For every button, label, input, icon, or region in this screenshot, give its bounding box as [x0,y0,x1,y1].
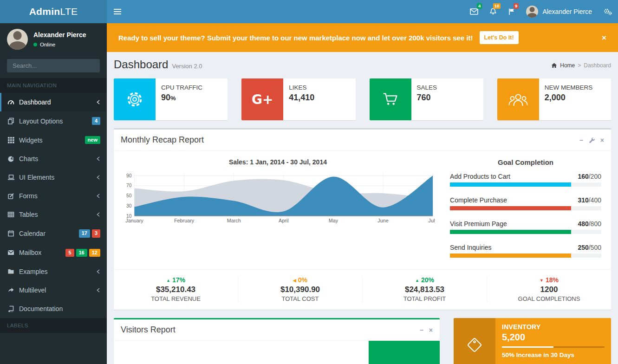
chevron-left-icon [96,287,100,293]
stat-total-revenue: ▲ 17% $35,210.43 TOTAL REVENUE [114,276,238,302]
sidebar-item-widgets[interactable]: Widgets new [0,130,107,150]
grid-icon [7,137,15,143]
sidebar-section-main: MAIN NAVIGATION [0,78,107,93]
inventory-description: 50% Increase in 30 Days [502,351,605,358]
info-box-value: 760 [417,93,431,102]
goal-visit-premium: Visit Premium Page480/800 [450,220,601,234]
sidebar-user-name: Alexander Pierce [33,31,86,39]
caret-down-icon: ▼ [540,278,544,283]
users-icon [497,78,539,120]
svg-text:January: January [125,218,143,223]
stat-label: TOTAL COST [238,295,362,302]
wrench-icon[interactable] [589,137,595,143]
sidebar-item-ui-elements[interactable]: UI Elements [0,168,107,187]
mailbox-badge: 12 [89,249,100,257]
breadcrumb-home-link[interactable]: Home [560,62,575,69]
inventory-label: INVENTORY [502,323,605,331]
sidebar-item-label: Dashboard [19,98,51,106]
search-input[interactable] [7,59,100,72]
sales-chart-title: Sales: 1 Jan, 2014 - 30 Jul, 2014 [121,158,435,166]
user-menu-button[interactable]: Alexander Pierce [520,0,598,23]
flag-icon [508,8,515,15]
goal-value: 310 [578,196,588,204]
envelope-icon [470,8,478,15]
info-box-suffix: % [170,95,176,102]
sidebar-item-forms[interactable]: Forms [0,187,107,205]
messages-menu-button[interactable]: 4 [464,0,484,23]
info-box-value: 41,410 [289,93,314,102]
sidebar-item-label: Widgets [19,136,43,144]
gear-icon [114,78,156,120]
close-icon[interactable]: × [600,137,604,143]
stat-value: $10,390.90 [238,285,362,294]
collapse-icon[interactable]: − [579,137,583,143]
info-box-label: CPU TRAFFIC [161,84,202,91]
inventory-progress-fill [502,346,553,348]
info-box-value: 2,000 [545,93,566,102]
info-box-likes: G+ LIKES 41,410 [241,78,355,120]
sidebar-user-status[interactable]: Online [33,42,86,47]
sidebar-search-form [7,59,100,72]
breadcrumb-separator: > [578,62,581,69]
goal-add-products: Add Products to Cart160/200 [450,173,601,187]
svg-text:June: June [377,218,388,223]
messages-count-badge: 4 [477,3,482,9]
settings-button[interactable] [598,0,618,23]
goal-total: /500 [589,244,601,251]
progress-fill [450,254,571,258]
tasks-menu-button[interactable]: 9 [502,0,520,23]
stat-label: GOAL COMPLETIONS [487,295,611,302]
dashboard-icon [7,99,15,106]
sidebar-item-charts[interactable]: Charts [0,150,107,168]
goal-label: Visit Premium Page [450,220,507,228]
chevron-left-icon [96,269,100,274]
notifications-menu-button[interactable]: 10 [484,0,502,23]
goal-label: Send Inquiries [450,244,492,251]
brand-logo[interactable]: AdminLTE [0,0,107,23]
brand-bold: Admin [29,6,60,17]
banner-cta-button[interactable]: Let's Do It! [480,31,519,44]
sidebar-item-dashboard[interactable]: Dashboard [0,93,107,111]
progress-track [450,230,601,234]
close-icon[interactable]: × [429,327,433,333]
main-navbar: 4 10 9 Alexander Pierce [107,0,618,23]
sidebar-item-documentation[interactable]: Documentation [0,299,107,318]
svg-text:February: February [174,218,195,223]
chevron-left-icon [96,175,100,180]
book-icon [7,306,15,312]
sidebar-item-multilevel[interactable]: Multilevel [0,281,107,299]
sidebar-toggle-button[interactable] [107,0,128,23]
info-box-value: 90 [161,93,170,102]
home-icon [551,63,557,68]
sidebar-item-calendar[interactable]: Calendar 17 3 [0,224,107,243]
info-box-row: CPU TRAFFIC 90% G+ LIKES 41,410 SALES 76… [114,78,611,120]
sidebar-item-layout-options[interactable]: Layout Options 4 [0,111,107,130]
user-name: Alexander Pierce [542,8,592,15]
stat-percent: 18% [546,276,559,284]
chevron-left-icon [96,193,100,199]
sidebar-item-mailbox[interactable]: Mailbox 5 16 12 [0,243,107,262]
goal-completion-panel: Goal Completion Add Products to Cart160/… [440,156,604,267]
banner-text: Ready to sell your theme? Submit your th… [118,34,473,42]
inventory-info-box: INVENTORY 5,200 50% Increase in 30 Days [454,318,611,364]
inventory-progress-track [502,346,605,348]
files-icon [7,117,15,124]
banner-close-icon[interactable]: × [602,34,606,42]
info-box-sales: SALES 760 [370,78,483,120]
mailbox-badge: 5 [65,249,74,257]
monthly-recap-box: Monthly Recap Report − × Sales: 1 Jan, 2… [114,128,611,310]
stat-goal-completions: ▼ 18% 1200 GOAL COMPLETIONS [487,276,611,302]
visitors-chart-panel [369,341,440,364]
svg-text:50: 50 [126,193,132,198]
content: CPU TRAFFIC 90% G+ LIKES 41,410 SALES 76… [107,71,618,364]
online-status-dot [33,43,37,46]
sidebar-item-examples[interactable]: Examples [0,262,107,281]
stat-percent: 20% [421,276,434,284]
collapse-icon[interactable]: − [420,327,423,333]
svg-text:70: 70 [126,183,132,188]
page-title: Dashboard [114,58,168,71]
goal-value: 160 [578,173,588,180]
info-box-new-members: NEW MEMBERS 2,000 [497,78,611,120]
sidebar-nav: Dashboard Layout Options 4 Widgets new C… [0,93,107,318]
sidebar-item-tables[interactable]: Tables [0,205,107,224]
